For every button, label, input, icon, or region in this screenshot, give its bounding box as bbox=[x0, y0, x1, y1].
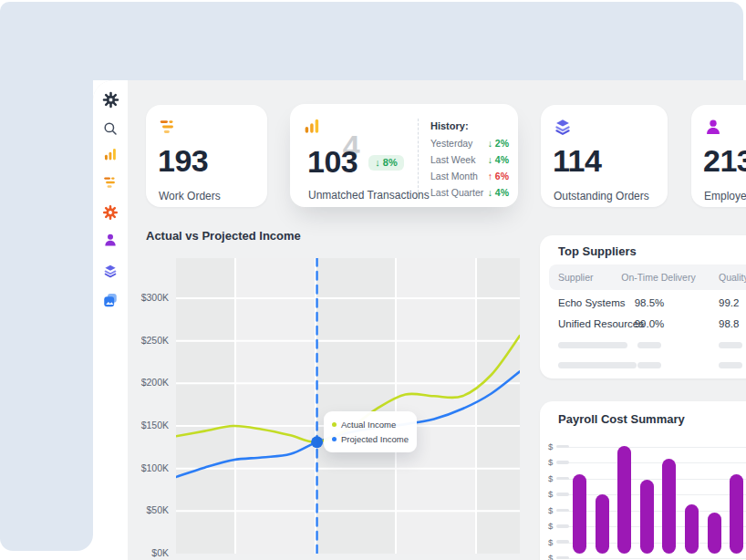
history-row: Last Month↑ 6% bbox=[430, 171, 509, 181]
payroll-bar bbox=[617, 446, 631, 554]
history-row: Yesterday↓ 2% bbox=[430, 138, 509, 149]
top-suppliers-title: Top Suppliers bbox=[558, 244, 637, 258]
history-row-label: Last Week bbox=[430, 154, 475, 165]
payroll-card: Payroll Cost Summary $$$$$$$$ bbox=[540, 401, 746, 560]
kpi-value: 213 bbox=[703, 145, 746, 176]
skeleton-pill bbox=[637, 342, 661, 348]
kpi-card-unmatched-transactions[interactable]: 1034↓ 8% Unmatched Transactions History:… bbox=[290, 104, 518, 207]
y-tick-label: $50K bbox=[146, 504, 169, 515]
skeleton-pill bbox=[719, 342, 742, 348]
app-logo-gear-icon[interactable] bbox=[98, 87, 123, 112]
skeleton-pill bbox=[719, 362, 742, 368]
payroll-y-value-blur bbox=[556, 540, 569, 544]
analytics-bars-icon bbox=[302, 116, 322, 136]
delta-badge: ↓ 8% bbox=[368, 155, 403, 171]
orders-layers-icon bbox=[553, 117, 573, 137]
history-row: Last Quarter↓ 4% bbox=[430, 187, 509, 198]
kpi-value: 193 bbox=[158, 145, 208, 176]
payroll-y-label: $ bbox=[548, 441, 569, 451]
payroll-y-label: $ bbox=[548, 521, 569, 531]
plot-band bbox=[476, 258, 520, 554]
desktop-backdrop-top bbox=[0, 2, 743, 80]
search-icon[interactable] bbox=[98, 116, 123, 141]
payroll-y-label: $ bbox=[548, 537, 569, 547]
kpi-card-work-orders[interactable]: 193 Work Orders bbox=[146, 105, 267, 207]
payroll-y-value-blur bbox=[556, 461, 569, 464]
payroll-bar bbox=[662, 459, 676, 554]
kpi-label: Unmatched Transactions bbox=[308, 189, 430, 202]
y-tick-label: $0K bbox=[151, 547, 169, 558]
payroll-y-value-blur bbox=[556, 509, 569, 513]
history-row-label: Yesterday bbox=[430, 138, 472, 149]
kpi-label: Outstanding Orders bbox=[554, 190, 649, 202]
rolling-digit-ghost: 4 bbox=[343, 130, 359, 161]
payroll-bar bbox=[640, 480, 654, 554]
payroll-y-value-blur bbox=[556, 556, 569, 560]
payroll-gridline bbox=[565, 494, 746, 495]
employees-icon bbox=[703, 117, 723, 137]
history-row-label: Last Month bbox=[430, 171, 478, 181]
kpi-card-employees[interactable]: 213 Employees bbox=[691, 105, 746, 207]
documents-cloud-icon[interactable] bbox=[98, 287, 123, 313]
legend-item-actual: Actual Income bbox=[332, 418, 409, 432]
supplier-quality: 99.2 bbox=[719, 297, 739, 308]
settings-gear-icon[interactable] bbox=[98, 200, 123, 225]
payroll-bar bbox=[685, 504, 699, 554]
legend-dot-projected bbox=[332, 437, 337, 441]
history-row-delta: ↓ 4% bbox=[488, 187, 509, 198]
income-chart-title: Actual vs Projected Income bbox=[146, 229, 301, 243]
history-row-delta: ↑ 6% bbox=[488, 171, 509, 181]
orders-layers-icon[interactable] bbox=[98, 258, 123, 284]
chart-tooltip: Actual Income Projected Income bbox=[324, 411, 417, 452]
income-chart-y-axis: $300K$250K$200K$150K$100K$50K$0K bbox=[120, 258, 169, 554]
legend-item-projected: Projected Income bbox=[332, 432, 409, 447]
supplier-on-time: 99.0% bbox=[595, 318, 704, 329]
y-tick-label: $200K bbox=[141, 377, 169, 388]
kpi-card-outstanding-orders[interactable]: 114 Outstanding Orders bbox=[541, 105, 668, 207]
card-divider bbox=[418, 119, 419, 192]
top-suppliers-card: Top Suppliers Supplier On-Time Delivery … bbox=[540, 235, 746, 379]
y-tick-label: $300K bbox=[141, 292, 169, 303]
payroll-y-label: $ bbox=[548, 457, 569, 467]
legend-dot-actual bbox=[332, 422, 337, 427]
payroll-y-value-blur bbox=[556, 445, 569, 449]
y-tick-label: $150K bbox=[141, 420, 169, 430]
work-orders-icon[interactable] bbox=[98, 170, 123, 195]
payroll-y-label: $ bbox=[548, 553, 569, 560]
history-panel: History: Yesterday↓ 2%Last Week↓ 4%Last … bbox=[430, 120, 509, 203]
col-on-time-delivery: On-Time Delivery bbox=[604, 272, 713, 283]
history-row-label: Last Quarter bbox=[430, 187, 483, 198]
payroll-y-label: $ bbox=[548, 473, 569, 483]
app-window: 193 Work Orders 1034↓ 8% Unmatched Trans… bbox=[93, 80, 746, 560]
income-chart-plot[interactable] bbox=[176, 258, 520, 554]
work-orders-icon bbox=[158, 117, 178, 137]
payroll-bar bbox=[708, 513, 721, 554]
kpi-value: 114 bbox=[553, 145, 601, 176]
plot-band bbox=[176, 258, 235, 554]
supplier-quality: 98.8 bbox=[719, 318, 739, 329]
analytics-bars-icon[interactable] bbox=[98, 141, 123, 167]
payroll-gridline bbox=[565, 511, 746, 512]
plot-band bbox=[316, 258, 396, 554]
payroll-gridline bbox=[565, 462, 746, 463]
payroll-gridline bbox=[565, 447, 746, 448]
payroll-y-label: $ bbox=[548, 489, 569, 499]
kpi-label: Work Orders bbox=[159, 190, 221, 202]
history-row: Last Week↓ 4% bbox=[430, 154, 509, 165]
y-tick-label: $250K bbox=[141, 335, 169, 346]
col-supplier: Supplier bbox=[558, 272, 594, 283]
employees-icon[interactable] bbox=[98, 227, 123, 253]
payroll-bar bbox=[730, 474, 743, 554]
plot-band bbox=[396, 258, 476, 554]
skeleton-pill bbox=[637, 362, 661, 368]
supplier-on-time: 98.5% bbox=[595, 297, 704, 308]
skeleton-pill bbox=[558, 362, 637, 368]
plot-band bbox=[235, 258, 316, 554]
payroll-y-value-blur bbox=[556, 524, 569, 528]
payroll-bar-chart[interactable]: $$$$$$$$ bbox=[540, 401, 746, 560]
history-row-delta: ↓ 2% bbox=[488, 138, 509, 149]
col-quality-score: Quality Score bbox=[719, 272, 746, 283]
payroll-y-label: $ bbox=[548, 505, 569, 515]
payroll-gridline bbox=[565, 479, 746, 480]
kpi-label: Employees bbox=[704, 190, 746, 202]
